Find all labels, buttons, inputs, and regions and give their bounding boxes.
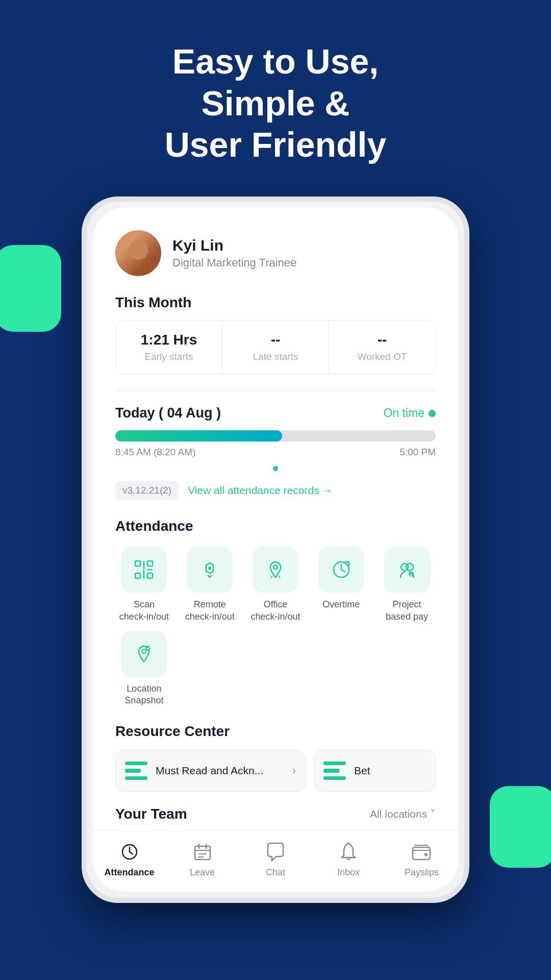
time-labels: 8:45 AM (8:20 AM) 5:00 PM bbox=[115, 447, 436, 458]
wallet-icon bbox=[410, 840, 433, 864]
svg-rect-1 bbox=[147, 561, 153, 566]
att-label-remote: Remotecheck-in/out bbox=[185, 599, 235, 623]
nav-payslips[interactable]: Payslips bbox=[385, 840, 458, 878]
location-icon bbox=[132, 642, 156, 666]
stat-value-early: 1:21 Hrs bbox=[124, 332, 214, 348]
your-team-row: Your Team All locations ˅ bbox=[115, 806, 436, 830]
profile-row: Kyi Lin Digital Marketing Trainee bbox=[115, 230, 436, 276]
nav-label-inbox: Inbox bbox=[337, 867, 360, 878]
phone-mockup: Kyi Lin Digital Marketing Trainee This M… bbox=[82, 197, 469, 903]
bell-icon bbox=[337, 840, 360, 864]
progress-container: 8:45 AM (8:20 AM) 5:00 PM bbox=[115, 430, 436, 458]
att-icon-wrap-scan bbox=[121, 547, 167, 593]
svg-point-10 bbox=[406, 564, 413, 571]
att-label-office: Officecheck-in/out bbox=[251, 599, 300, 623]
nav-leave[interactable]: Leave bbox=[166, 840, 239, 878]
resource-card-must-read[interactable]: Must Read and Ackn... › bbox=[115, 750, 306, 792]
this-month-title: This Month bbox=[115, 295, 436, 311]
svg-point-14 bbox=[145, 646, 151, 651]
on-time-text: On time bbox=[383, 406, 424, 420]
att-overtime[interactable]: Overtime bbox=[312, 547, 370, 623]
chat-icon bbox=[264, 840, 287, 864]
nav-label-chat: Chat bbox=[266, 867, 285, 878]
svg-rect-0 bbox=[135, 561, 140, 566]
stat-value-ot: -- bbox=[337, 332, 427, 348]
svg-point-6 bbox=[208, 567, 211, 570]
att-icon-wrap-location bbox=[121, 631, 167, 677]
today-row: Today ( 04 Aug ) On time bbox=[115, 405, 436, 421]
stat-early-starts: 1:21 Hrs Early starts bbox=[116, 321, 222, 374]
time-start-alt: (8:20 AM) bbox=[154, 447, 195, 457]
your-team-label: Your Team bbox=[115, 806, 187, 822]
att-icon-wrap-overtime bbox=[318, 547, 364, 593]
attendance-title: Attendance bbox=[115, 518, 436, 534]
dot-indicator bbox=[115, 464, 436, 473]
svg-rect-16 bbox=[195, 846, 210, 860]
resource-card-icon-2 bbox=[323, 762, 346, 780]
svg-point-23 bbox=[424, 853, 428, 856]
att-icon-wrap-remote bbox=[187, 547, 233, 593]
stats-row: 1:21 Hrs Early starts -- Late starts -- … bbox=[115, 320, 436, 374]
svg-rect-5 bbox=[147, 573, 153, 578]
svg-point-13 bbox=[142, 649, 146, 653]
resource-card-icon-1 bbox=[125, 762, 147, 780]
progress-dot bbox=[273, 466, 278, 471]
version-badge: v3.12.21(2) bbox=[115, 481, 179, 500]
att-location[interactable]: LocationSnapshot bbox=[115, 631, 173, 707]
divider bbox=[115, 390, 436, 391]
resource-card-text-2: Bet bbox=[354, 765, 426, 777]
office-icon bbox=[264, 558, 287, 581]
stat-late-starts: -- Late starts bbox=[222, 321, 329, 374]
nav-label-leave: Leave bbox=[190, 867, 215, 878]
time-start: 8:45 AM (8:20 AM) bbox=[115, 447, 195, 458]
on-time-status: On time bbox=[383, 406, 436, 420]
att-label-scan: Scancheck-in/out bbox=[119, 599, 169, 623]
version-row: v3.12.21(2) View all attendance records … bbox=[115, 481, 436, 500]
nav-label-payslips: Payslips bbox=[405, 867, 439, 878]
attendance-link[interactable]: View all attendance records → bbox=[188, 484, 333, 497]
phone-wrapper: Kyi Lin Digital Marketing Trainee This M… bbox=[0, 197, 551, 903]
stat-label-late: Late starts bbox=[231, 351, 320, 362]
on-time-dot bbox=[429, 410, 436, 417]
decorative-blob-left bbox=[0, 245, 61, 332]
today-label: Today ( 04 Aug ) bbox=[115, 405, 221, 421]
time-start-main: 8:45 AM bbox=[115, 447, 151, 457]
att-project[interactable]: $ Projectbased pay bbox=[378, 547, 436, 623]
phone-screen: Kyi Lin Digital Marketing Trainee This M… bbox=[93, 208, 458, 892]
stat-label-ot: Worked OT bbox=[337, 351, 427, 362]
avatar bbox=[115, 230, 161, 276]
bottom-nav: Attendance Leave bbox=[93, 830, 458, 885]
nav-label-attendance: Attendance bbox=[105, 867, 155, 878]
resource-center-title: Resource Center bbox=[115, 723, 436, 740]
resource-card-text-1: Must Read and Ackn... bbox=[156, 765, 284, 777]
resource-cards: Must Read and Ackn... › Bet bbox=[115, 750, 436, 792]
stat-value-late: -- bbox=[231, 332, 320, 348]
att-icon-wrap-project: $ bbox=[384, 547, 430, 593]
stat-label-early: Early starts bbox=[124, 351, 214, 362]
calendar-icon bbox=[191, 840, 214, 864]
nav-chat[interactable]: Chat bbox=[239, 840, 312, 878]
arrow-icon-1: › bbox=[292, 764, 296, 777]
svg-rect-2 bbox=[135, 573, 140, 578]
stat-worked-ot: -- Worked OT bbox=[329, 321, 435, 374]
hero-title: Easy to Use,Simple &User Friendly bbox=[0, 0, 551, 197]
att-scan[interactable]: Scancheck-in/out bbox=[115, 547, 173, 623]
attendance-grid: Scancheck-in/out Remotecheck-in/out bbox=[115, 547, 436, 623]
att-remote[interactable]: Remotecheck-in/out bbox=[181, 547, 239, 623]
clock-icon bbox=[118, 840, 141, 864]
overtime-icon bbox=[330, 558, 353, 581]
svg-text:$: $ bbox=[410, 573, 412, 577]
att-icon-wrap-office bbox=[253, 547, 298, 593]
remote-icon bbox=[198, 558, 221, 581]
nav-inbox[interactable]: Inbox bbox=[312, 840, 385, 878]
attendance-grid-row2: LocationSnapshot bbox=[115, 631, 436, 707]
att-label-location: LocationSnapshot bbox=[124, 683, 163, 707]
all-locations-filter[interactable]: All locations ˅ bbox=[370, 808, 436, 820]
att-office[interactable]: Officecheck-in/out bbox=[247, 547, 305, 623]
svg-point-7 bbox=[273, 565, 278, 569]
resource-card-bet[interactable]: Bet bbox=[314, 750, 436, 792]
time-end: 5:00 PM bbox=[399, 447, 436, 458]
profile-role: Digital Marketing Trainee bbox=[172, 256, 296, 270]
app-content: Kyi Lin Digital Marketing Trainee This M… bbox=[93, 208, 458, 830]
nav-attendance[interactable]: Attendance bbox=[93, 840, 166, 878]
